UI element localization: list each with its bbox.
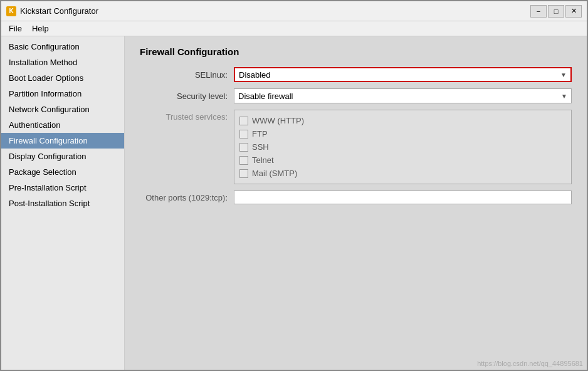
- sidebar-item-partition-information[interactable]: Partition Information: [1, 86, 124, 102]
- service-www-checkbox[interactable]: [239, 117, 248, 125]
- page-title: Firewall Configuration: [140, 46, 572, 57]
- app-icon: K: [6, 6, 16, 16]
- titlebar-title: Kickstart Configurator: [20, 6, 98, 16]
- titlebar-controls: − □ ✕: [530, 5, 582, 18]
- selinux-select[interactable]: Disabled ▼: [234, 67, 572, 82]
- maximize-button[interactable]: □: [548, 5, 564, 18]
- sidebar-item-boot-loader-options[interactable]: Boot Loader Options: [1, 70, 124, 86]
- titlebar-left: K Kickstart Configurator: [6, 6, 98, 16]
- service-mail-smtp: Mail (SMTP): [239, 167, 566, 180]
- sidebar-item-post-installation-script[interactable]: Post-Installation Script: [1, 196, 124, 211]
- service-ftp: FTP: [239, 127, 566, 140]
- services-box: WWW (HTTP) FTP SSH Telnet Mail (SMTP): [234, 110, 572, 184]
- other-ports-input[interactable]: [234, 191, 572, 204]
- security-level-control-wrap: Disable firewall ▼: [234, 88, 572, 103]
- sidebar-item-display-configuration[interactable]: Display Configuration: [1, 149, 124, 164]
- main-container: Basic Configuration Installation Method …: [1, 36, 587, 371]
- service-telnet-label: Telnet: [252, 155, 274, 165]
- service-ftp-label: FTP: [252, 129, 268, 138]
- sidebar-item-firewall-configuration[interactable]: Firewall Configuration: [1, 133, 124, 149]
- content-area: Firewall Configuration SELinux: Disabled…: [125, 36, 587, 371]
- security-level-row: Security level: Disable firewall ▼: [140, 88, 572, 103]
- security-level-label: Security level:: [140, 91, 234, 101]
- close-button[interactable]: ✕: [565, 5, 582, 18]
- service-www-label: WWW (HTTP): [252, 116, 304, 125]
- service-ftp-checkbox[interactable]: [239, 130, 248, 138]
- sidebar-item-installation-method[interactable]: Installation Method: [1, 55, 124, 70]
- selinux-dropdown-arrow: ▼: [560, 71, 567, 78]
- titlebar: K Kickstart Configurator − □ ✕: [1, 1, 587, 21]
- other-ports-row: Other ports (1029:tcp):: [140, 191, 572, 204]
- security-level-value: Disable firewall: [238, 91, 293, 101]
- sidebar: Basic Configuration Installation Method …: [1, 36, 125, 371]
- service-mail-smtp-checkbox[interactable]: [239, 169, 248, 178]
- sidebar-item-pre-installation-script[interactable]: Pre-Installation Script: [1, 180, 124, 196]
- sidebar-item-package-selection[interactable]: Package Selection: [1, 164, 124, 180]
- minimize-button[interactable]: −: [530, 5, 547, 18]
- sidebar-item-network-configuration[interactable]: Network Configuration: [1, 102, 124, 117]
- service-telnet: Telnet: [239, 154, 566, 167]
- service-ssh: SSH: [239, 140, 566, 154]
- menu-help[interactable]: Help: [27, 23, 54, 34]
- selinux-row: SELinux: Disabled ▼: [140, 67, 572, 82]
- service-mail-smtp-label: Mail (SMTP): [252, 169, 297, 178]
- selinux-label: SELinux:: [140, 70, 234, 80]
- other-ports-label: Other ports (1029:tcp):: [140, 193, 234, 202]
- security-level-dropdown-arrow: ▼: [561, 93, 567, 100]
- sidebar-item-basic-configuration[interactable]: Basic Configuration: [1, 39, 124, 55]
- service-telnet-checkbox[interactable]: [239, 156, 248, 165]
- service-ssh-label: SSH: [252, 142, 269, 152]
- trusted-services-section: Trusted services: WWW (HTTP) FTP SSH Tel…: [140, 110, 572, 184]
- sidebar-item-authentication[interactable]: Authentication: [1, 117, 124, 133]
- trusted-services-label: Trusted services:: [140, 110, 234, 122]
- selinux-control-wrap: Disabled ▼: [234, 67, 572, 82]
- menubar: File Help: [1, 21, 587, 36]
- service-www: WWW (HTTP): [239, 114, 566, 127]
- service-ssh-checkbox[interactable]: [239, 143, 248, 152]
- watermark: https://blog.csdn.net/qq_44895681: [477, 360, 583, 367]
- selinux-value: Disabled: [239, 70, 271, 80]
- security-level-select[interactable]: Disable firewall ▼: [234, 88, 572, 103]
- menu-file[interactable]: File: [4, 23, 27, 34]
